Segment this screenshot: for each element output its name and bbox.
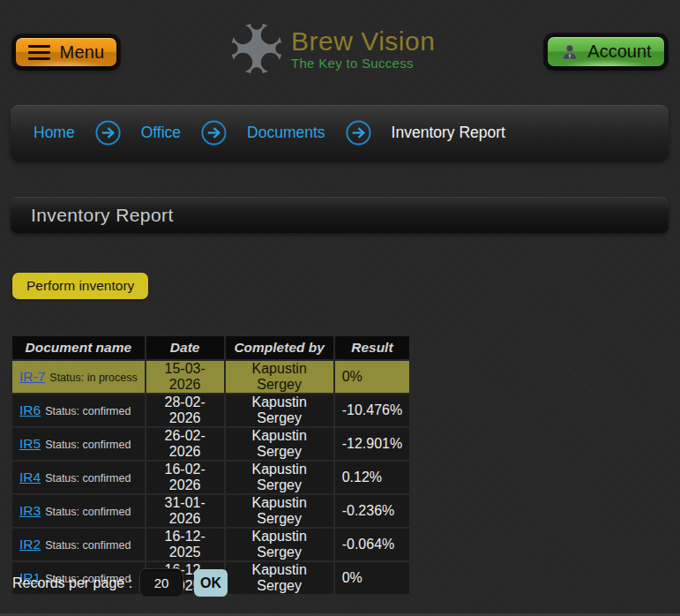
result-cell: 0% (335, 562, 410, 594)
result-cell: 0% (335, 361, 410, 393)
table-row: IR3Status: confirmed 31-01-2026 Kapustin… (12, 495, 409, 527)
hamburger-icon (28, 45, 50, 60)
menu-button[interactable]: Menu (14, 36, 118, 68)
completed-by-cell: Kapustin Sergey (226, 428, 333, 460)
breadcrumb: Home Office Documents Inventory Report (11, 105, 669, 161)
menu-button-label: Menu (60, 42, 105, 63)
logo-subtitle: The Key to Success (291, 56, 435, 71)
records-per-page-input[interactable] (139, 568, 183, 597)
document-link[interactable]: IR2 (19, 537, 41, 552)
table-row: IR4Status: confirmed 16-02-2026 Kapustin… (12, 462, 409, 493)
breadcrumb-office[interactable]: Office (141, 124, 181, 142)
breadcrumb-documents[interactable]: Documents (247, 124, 325, 142)
date-cell: 28-02-2026 (146, 394, 224, 426)
completed-by-cell: Kapustin Sergey (226, 529, 333, 560)
records-per-page-label: Records per page : (12, 575, 132, 591)
column-header-document-name: Document name (12, 336, 145, 359)
brand-logo: Brew Vision The Key to Success (229, 21, 435, 76)
document-link[interactable]: IR6 (19, 402, 41, 417)
completed-by-cell: Kapustin Sergey (226, 462, 333, 493)
table-row: IR2Status: confirmed 16-12-2025 Kapustin… (12, 529, 409, 560)
inventory-table: Document name Date Completed by Result I… (11, 334, 411, 596)
document-link[interactable]: IR-7 (19, 369, 45, 384)
table-row: IR-7Status: in process 15-03-2026 Kapust… (12, 361, 409, 393)
arrow-right-icon (345, 119, 372, 146)
date-cell: 15-03-2026 (146, 361, 224, 393)
document-status: Status: confirmed (45, 506, 131, 518)
pagination-controls: Records per page : OK (12, 568, 228, 597)
ok-button[interactable]: OK (194, 569, 228, 597)
result-cell: -10.476% (335, 394, 410, 426)
column-header-result: Result (335, 336, 410, 359)
page-title-bar: Inventory Report (11, 197, 669, 233)
result-cell: 0.12% (335, 462, 410, 493)
account-button[interactable]: Account (546, 35, 666, 68)
document-status: Status: confirmed (45, 405, 131, 417)
person-icon (560, 42, 579, 62)
table-row: IR6Status: confirmed 28-02-2026 Kapustin… (12, 394, 409, 426)
document-status: Status: confirmed (45, 439, 131, 451)
arrow-right-icon (200, 119, 228, 146)
inventory-table-body: IR-7Status: in process 15-03-2026 Kapust… (12, 361, 409, 594)
page-title: Inventory Report (31, 205, 174, 226)
account-button-label: Account (587, 41, 651, 62)
result-cell: -0.064% (335, 529, 410, 560)
perform-inventory-button[interactable]: Perform inventory (12, 273, 148, 299)
breadcrumb-home[interactable]: Home (34, 124, 75, 142)
completed-by-cell: Kapustin Sergey (226, 562, 333, 594)
arrow-right-icon (94, 119, 122, 146)
date-cell: 26-02-2026 (146, 428, 224, 460)
column-header-date: Date (146, 336, 224, 359)
document-status: Status: confirmed (45, 472, 131, 485)
document-link[interactable]: IR5 (19, 436, 41, 451)
breadcrumb-current: Inventory Report (392, 124, 505, 142)
brew-vision-logo-icon (229, 21, 284, 76)
result-cell: -12.901% (335, 428, 410, 460)
completed-by-cell: Kapustin Sergey (226, 361, 333, 393)
completed-by-cell: Kapustin Sergey (226, 394, 333, 426)
completed-by-cell: Kapustin Sergey (226, 495, 333, 527)
result-cell: -0.236% (335, 495, 410, 527)
table-header-row: Document name Date Completed by Result (12, 336, 409, 359)
document-link[interactable]: IR3 (19, 503, 41, 518)
date-cell: 16-02-2026 (146, 462, 224, 493)
inventory-report-page: Menu Brew Vision The Key to Success Acco… (0, 0, 680, 616)
column-header-completed-by: Completed by (226, 336, 333, 359)
date-cell: 31-01-2026 (146, 495, 224, 527)
date-cell: 16-12-2025 (146, 529, 224, 560)
document-link[interactable]: IR4 (19, 470, 41, 485)
logo-title: Brew Vision (291, 27, 435, 56)
document-status: Status: in process (49, 372, 137, 384)
table-row: IR5Status: confirmed 26-02-2026 Kapustin… (12, 428, 409, 460)
document-status: Status: confirmed (45, 539, 131, 552)
